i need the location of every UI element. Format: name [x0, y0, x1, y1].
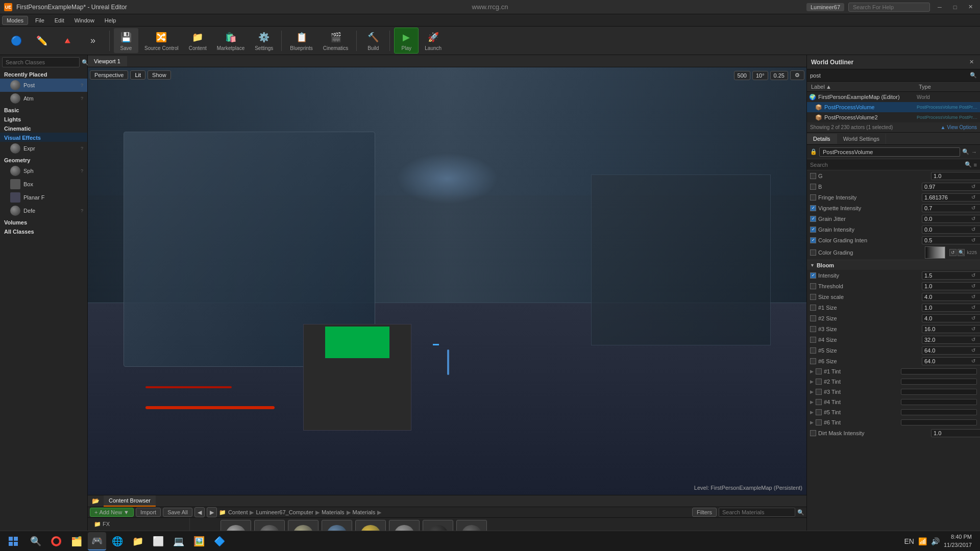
perspective-btn[interactable]: Perspective	[90, 70, 128, 80]
expr-help[interactable]: ?	[81, 146, 83, 151]
add-new-button[interactable]: + Add New ▼	[90, 508, 134, 517]
taskbar-ue4[interactable]: 🎮	[88, 532, 106, 550]
defe-help[interactable]: ?	[81, 208, 83, 213]
vignette-reset[interactable]: ↺	[970, 205, 977, 212]
swatch-preview[interactable]: 🔍	[958, 249, 965, 256]
size1-reset[interactable]: ↺	[970, 304, 977, 311]
classes-search-input[interactable]	[2, 57, 80, 67]
volumes-section[interactable]: Volumes	[0, 217, 87, 227]
close-button[interactable]: ✕	[965, 2, 976, 13]
details-search-input[interactable]	[810, 162, 963, 168]
left-item-box[interactable]: Box	[0, 178, 87, 191]
swatch-reset[interactable]: ↺	[949, 249, 957, 256]
tint4-expand[interactable]: ▶	[810, 399, 814, 405]
cinematic-section[interactable]: Cinematic	[0, 123, 87, 133]
tint3-expand[interactable]: ▶	[810, 389, 814, 394]
type-column-header[interactable]: Type	[917, 84, 978, 90]
arrow-right-icon[interactable]: →	[971, 149, 977, 155]
size2-reset[interactable]: ↺	[970, 315, 977, 322]
tint1-checkbox[interactable]	[816, 368, 822, 374]
viewport-tab-1[interactable]: Viewport 1	[88, 56, 127, 66]
vignette-checkbox[interactable]	[810, 205, 816, 211]
size1-checkbox[interactable]	[810, 305, 816, 311]
size2-checkbox[interactable]	[810, 315, 816, 321]
dirt-mask-checkbox[interactable]	[810, 430, 816, 436]
left-item-atm[interactable]: Atm ?	[0, 92, 87, 105]
prop-G-checkbox[interactable]	[810, 173, 816, 179]
size3-checkbox[interactable]	[810, 326, 816, 332]
outliner-close[interactable]: ✕	[967, 58, 976, 66]
build-button[interactable]: 🔨 Build	[361, 28, 385, 53]
show-btn[interactable]: Show	[148, 70, 171, 80]
source-control-button[interactable]: 🔀 Source Control	[140, 28, 183, 53]
prop-B-checkbox[interactable]	[810, 184, 816, 190]
color-grading-inten-checkbox[interactable]	[810, 237, 816, 243]
color-grading-checkbox[interactable]	[810, 249, 816, 256]
bloom-intensity-checkbox[interactable]	[810, 272, 816, 279]
details-tab[interactable]: Details	[807, 134, 837, 144]
toolbar-icon3[interactable]: 🔺	[55, 32, 80, 50]
taskbar-vs[interactable]: 💻	[169, 532, 188, 550]
taskbar-cortana[interactable]: ⭕	[47, 532, 65, 550]
fringe-reset[interactable]: ↺	[970, 194, 977, 201]
taskbar-unity[interactable]: ⬜	[149, 532, 167, 550]
tray-lang[interactable]: EN	[904, 537, 914, 545]
color-grading-inten-reset[interactable]: ↺	[970, 237, 977, 244]
tint6-expand[interactable]: ▶	[810, 420, 814, 425]
lights-section[interactable]: Lights	[0, 114, 87, 123]
geometry-section[interactable]: Geometry	[0, 155, 87, 164]
pp-volume-name-input[interactable]	[819, 147, 960, 157]
content-button[interactable]: 📁 Content	[185, 28, 211, 53]
basic-section[interactable]: Basic	[0, 105, 87, 114]
dirt-mask-value[interactable]	[931, 429, 980, 437]
size5-checkbox[interactable]	[810, 347, 816, 354]
tint1-expand[interactable]: ▶	[810, 369, 814, 374]
content-browser-tab[interactable]: Content Browser	[104, 495, 156, 507]
prop-G-value[interactable]	[931, 172, 980, 180]
taskbar-chrome[interactable]: 🌐	[108, 532, 127, 550]
marketplace-button[interactable]: 🛍️ Marketplace	[213, 28, 249, 53]
outliner-row-2[interactable]: 📦 PostProcessVolume2 PostProcessVolume P…	[807, 112, 980, 122]
left-item-defe[interactable]: Defe ?	[0, 204, 87, 217]
settings-button[interactable]: ⚙️ Settings	[251, 28, 277, 53]
tint6-checkbox[interactable]	[816, 419, 822, 425]
taskbar-search[interactable]: 🔍	[27, 532, 45, 550]
tray-volume[interactable]: 🔊	[931, 537, 940, 545]
taskbar-maya[interactable]: 🔷	[210, 532, 229, 550]
label-column-header[interactable]: Label ▲	[809, 84, 917, 90]
filters-button[interactable]: Filters	[692, 508, 717, 517]
size-scale-reset[interactable]: ↺	[970, 293, 977, 300]
grain-jitter-reset[interactable]: ↺	[970, 215, 977, 222]
forward-button[interactable]: ▶	[207, 507, 217, 517]
size3-reset[interactable]: ↺	[970, 325, 977, 333]
breadcrumb-4[interactable]: Materials	[353, 509, 376, 515]
browse-icon[interactable]: 🔍	[962, 148, 969, 155]
breadcrumb-content[interactable]: 📁	[219, 509, 226, 516]
edit-menu[interactable]: Edit	[50, 16, 69, 24]
folder-fx[interactable]: 📁 FX	[90, 520, 187, 529]
all-classes-section[interactable]: All Classes	[0, 227, 87, 236]
window-menu[interactable]: Window	[69, 16, 100, 24]
atm-help[interactable]: ?	[81, 96, 83, 101]
world-settings-tab[interactable]: World Settings	[837, 134, 886, 144]
recently-placed-section[interactable]: Recently Placed	[0, 69, 87, 79]
size4-reset[interactable]: ↺	[970, 336, 977, 343]
left-item-sph[interactable]: Sph ?	[0, 164, 87, 178]
help-menu[interactable]: Help	[100, 16, 121, 24]
view-options-button[interactable]: ▲ View Options	[941, 124, 977, 130]
tray-network[interactable]: 📶	[918, 537, 927, 545]
threshold-reset[interactable]: ↺	[970, 283, 977, 290]
bloom-section-header[interactable]: ▼ Bloom	[807, 260, 980, 270]
assets-search[interactable]	[719, 508, 795, 517]
sph-help[interactable]: ?	[81, 168, 83, 173]
taskbar-task-view[interactable]: 🗂️	[67, 532, 86, 550]
list-view-icon[interactable]: ≡	[974, 162, 977, 168]
viewport-num2[interactable]: 10°	[752, 71, 768, 80]
viewport-num1[interactable]: 500	[734, 71, 750, 80]
tint3-checkbox[interactable]	[816, 389, 822, 395]
start-button[interactable]	[4, 532, 22, 550]
threshold-checkbox[interactable]	[810, 283, 816, 289]
lit-btn[interactable]: Lit	[130, 70, 145, 80]
taskbar-explorer[interactable]: 📁	[129, 532, 147, 550]
modes-menu[interactable]: Modes	[2, 16, 28, 25]
